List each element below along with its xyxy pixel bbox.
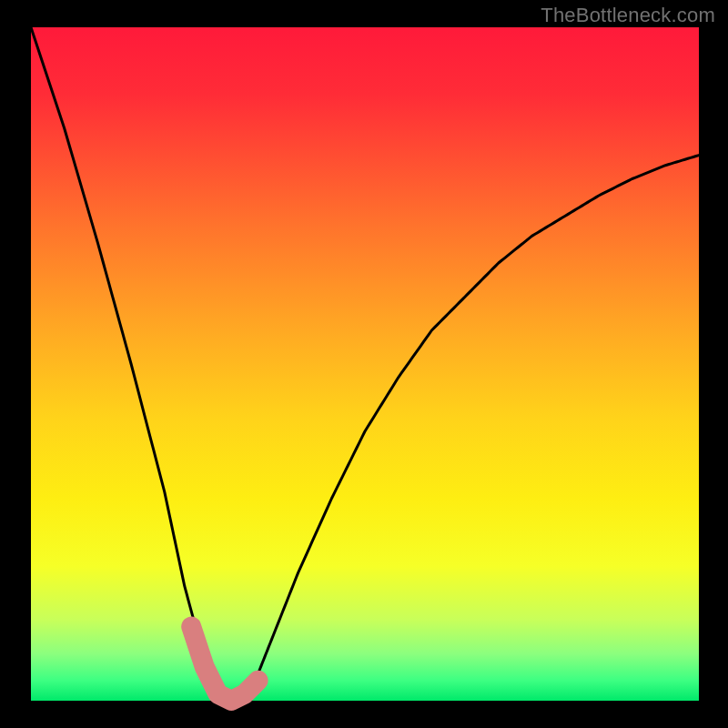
bottleneck-chart bbox=[0, 0, 728, 728]
chart-container: TheBottleneck.com bbox=[0, 0, 728, 728]
watermark-text: TheBottleneck.com bbox=[541, 4, 715, 27]
